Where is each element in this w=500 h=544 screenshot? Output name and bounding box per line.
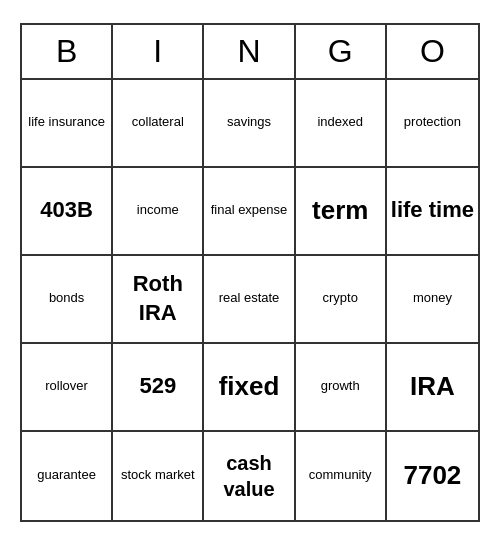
cell-text: income — [137, 202, 179, 219]
bingo-header: BINGO — [22, 25, 478, 80]
cell-text: community — [309, 467, 372, 484]
bingo-cell[interactable]: money — [387, 256, 478, 344]
bingo-cell[interactable]: final expense — [204, 168, 295, 256]
bingo-cell[interactable]: income — [113, 168, 204, 256]
cell-text: indexed — [317, 114, 363, 131]
bingo-grid: life insurancecollateralsavingsindexedpr… — [22, 80, 478, 520]
bingo-cell[interactable]: cash value — [204, 432, 295, 520]
bingo-cell[interactable]: indexed — [296, 80, 387, 168]
bingo-cell[interactable]: Roth IRA — [113, 256, 204, 344]
cell-text: Roth IRA — [117, 270, 198, 327]
bingo-cell[interactable]: life insurance — [22, 80, 113, 168]
bingo-cell[interactable]: bonds — [22, 256, 113, 344]
bingo-cell[interactable]: 7702 — [387, 432, 478, 520]
cell-text: life insurance — [28, 114, 105, 131]
bingo-card: BINGO life insurancecollateralsavingsind… — [20, 23, 480, 522]
bingo-cell[interactable]: fixed — [204, 344, 295, 432]
bingo-cell[interactable]: growth — [296, 344, 387, 432]
cell-text: guarantee — [37, 467, 96, 484]
cell-text: real estate — [219, 290, 280, 307]
cell-text: final expense — [211, 202, 288, 219]
cell-text: 529 — [139, 372, 176, 401]
bingo-cell[interactable]: rollover — [22, 344, 113, 432]
bingo-cell[interactable]: crypto — [296, 256, 387, 344]
cell-text: rollover — [45, 378, 88, 395]
header-letter: N — [204, 25, 295, 78]
bingo-cell[interactable]: stock market — [113, 432, 204, 520]
cell-text: money — [413, 290, 452, 307]
cell-text: crypto — [322, 290, 357, 307]
bingo-cell[interactable]: life time — [387, 168, 478, 256]
cell-text: IRA — [410, 370, 455, 404]
cell-text: bonds — [49, 290, 84, 307]
bingo-cell[interactable]: 529 — [113, 344, 204, 432]
cell-text: fixed — [219, 370, 280, 404]
bingo-cell[interactable]: savings — [204, 80, 295, 168]
cell-text: 403B — [40, 196, 93, 225]
cell-text: savings — [227, 114, 271, 131]
cell-text: protection — [404, 114, 461, 131]
bingo-cell[interactable]: term — [296, 168, 387, 256]
bingo-cell[interactable]: protection — [387, 80, 478, 168]
header-letter: I — [113, 25, 204, 78]
bingo-cell[interactable]: collateral — [113, 80, 204, 168]
bingo-cell[interactable]: community — [296, 432, 387, 520]
cell-text: growth — [321, 378, 360, 395]
header-letter: O — [387, 25, 478, 78]
header-letter: B — [22, 25, 113, 78]
cell-text: collateral — [132, 114, 184, 131]
bingo-cell[interactable]: IRA — [387, 344, 478, 432]
bingo-cell[interactable]: 403B — [22, 168, 113, 256]
cell-text: life time — [391, 196, 474, 225]
cell-text: 7702 — [403, 459, 461, 493]
bingo-cell[interactable]: guarantee — [22, 432, 113, 520]
cell-text: term — [312, 194, 368, 228]
bingo-cell[interactable]: real estate — [204, 256, 295, 344]
header-letter: G — [296, 25, 387, 78]
cell-text: stock market — [121, 467, 195, 484]
cell-text: cash value — [208, 450, 289, 502]
